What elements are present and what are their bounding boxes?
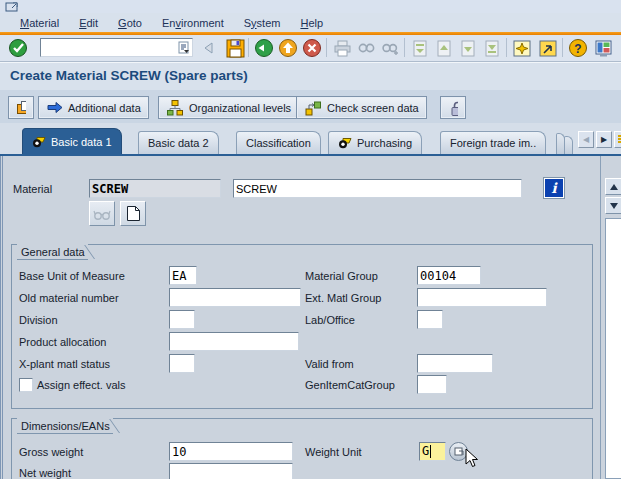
tab-basic-data-1[interactable]: Basic data 1 [22, 128, 122, 154]
find-icon [357, 39, 376, 58]
net-weight-field[interactable] [169, 463, 293, 479]
menu-material[interactable]: Material [10, 15, 69, 31]
material-label: Material [13, 183, 52, 195]
tab-purchasing[interactable]: Purchasing [328, 131, 422, 154]
glasses-icon [93, 207, 111, 221]
customize-layout-button[interactable] [592, 37, 614, 59]
cancel-icon [302, 38, 322, 58]
lock-icon [448, 99, 458, 117]
scrollbar-thumb[interactable] [605, 218, 621, 479]
org-check-icon [304, 99, 322, 116]
command-field[interactable] [40, 38, 193, 57]
value-help-icon [454, 447, 464, 457]
scroll-down-button[interactable] [605, 197, 621, 214]
tab-label: Purchasing [357, 133, 412, 154]
print-button[interactable] [331, 37, 353, 59]
information-button[interactable]: i [544, 178, 564, 198]
lock-button[interactable] [440, 96, 466, 119]
check-screen-data-button[interactable]: Check screen data [296, 96, 427, 119]
tab-scroll-right-button[interactable]: ▶ [596, 131, 612, 148]
menu-bar: MaterialEditGotoEnvironmentSystemHelp [10, 13, 333, 32]
old-material-number-field[interactable] [169, 288, 301, 307]
dimensions-eans-group-header: Dimensions/EANs [17, 418, 113, 434]
valid-from-field[interactable] [417, 354, 493, 373]
menu-edit[interactable]: Edit [69, 15, 108, 31]
back-button[interactable] [253, 37, 275, 59]
next-page-icon [459, 39, 477, 58]
view-status-icon [32, 136, 46, 148]
lab-office-field[interactable] [417, 310, 443, 329]
new-session-button[interactable] [511, 37, 533, 59]
first-page-button[interactable] [409, 37, 431, 59]
base-unit-field[interactable] [169, 266, 197, 285]
division-field[interactable] [169, 310, 195, 329]
organizational-levels-button[interactable]: Organizational levels [158, 96, 299, 119]
xplant-matl-status-label: X-plant matl status [19, 358, 110, 370]
gross-weight-field[interactable] [169, 442, 293, 461]
system-menu-icon[interactable] [5, 1, 19, 12]
additional-data-button[interactable]: Additional data [38, 96, 149, 119]
valid-from-label: Valid from [305, 358, 354, 370]
next-view-button[interactable] [8, 96, 34, 119]
toolbar-separator [248, 38, 249, 57]
menu-goto[interactable]: Goto [108, 15, 152, 31]
help-button[interactable]: ? [567, 37, 589, 59]
weight-unit-value: G [422, 444, 429, 458]
previous-page-button[interactable] [433, 37, 455, 59]
menu-system[interactable]: System [234, 15, 291, 31]
menu-help[interactable]: Help [290, 15, 333, 31]
material-group-field[interactable] [417, 266, 481, 285]
gen-item-cat-group-field[interactable] [417, 375, 447, 394]
command-input[interactable] [41, 39, 177, 56]
tab-classification[interactable]: Classification [236, 131, 321, 154]
material-description-field[interactable] [233, 179, 522, 198]
next-page-button[interactable] [457, 37, 479, 59]
back-icon [254, 38, 274, 58]
xplant-matl-status-field[interactable] [169, 354, 195, 373]
right-triangle-icon: ▶ [601, 135, 607, 144]
scroll-up-button[interactable] [605, 178, 621, 195]
exit-icon [278, 38, 298, 58]
ext-matl-group-field[interactable] [417, 288, 547, 307]
find-next-button[interactable] [379, 37, 401, 59]
weight-unit-field[interactable]: G [419, 442, 446, 461]
gen-item-cat-group-label: GenItemCatGroup [305, 379, 395, 391]
product-allocation-field[interactable] [169, 332, 299, 351]
command-history-icon[interactable] [177, 41, 191, 55]
tab-scroll-left-button[interactable]: ◀ [578, 131, 594, 148]
help-icon: ? [568, 38, 588, 58]
down-triangle-icon [610, 203, 618, 209]
org-chart-icon [166, 99, 184, 116]
hidden-tab-edge [564, 136, 573, 154]
organizational-levels-label: Organizational levels [189, 102, 291, 114]
group-title: Dimensions/EANs [21, 420, 110, 432]
additional-data-label: Additional data [68, 102, 141, 114]
mouse-cursor [465, 448, 479, 469]
last-page-button[interactable] [481, 37, 503, 59]
enter-button[interactable] [7, 37, 29, 59]
save-button[interactable] [224, 37, 246, 59]
previous-page-icon [435, 39, 453, 58]
tab-basic-data-2[interactable]: Basic data 2 [138, 131, 219, 154]
display-mode-button[interactable] [89, 201, 115, 226]
cancel-button[interactable] [301, 37, 323, 59]
last-page-icon [483, 39, 501, 58]
hide-command-field-button[interactable] [200, 37, 216, 59]
assign-effect-vals-checkbox[interactable] [19, 378, 33, 392]
tab-foreign-trade[interactable]: Foreign trade im.. [440, 131, 546, 154]
text-caret [430, 445, 431, 458]
hide-command-field-icon [203, 41, 214, 55]
material-group-label: Material Group [305, 270, 378, 282]
menu-environment[interactable]: Environment [152, 15, 234, 31]
tab-panel-basic-data-1: Material i General data Base Unit of Mea… [0, 156, 621, 479]
material-id-field[interactable] [89, 179, 221, 198]
first-page-icon [411, 39, 429, 58]
create-new-button[interactable] [120, 201, 146, 226]
standard-toolbar: ? [0, 35, 621, 62]
create-shortcut-button[interactable] [537, 37, 559, 59]
tab-list-button[interactable] [614, 131, 621, 148]
find-button[interactable] [355, 37, 377, 59]
find-next-icon [381, 39, 400, 58]
weight-unit-label: Weight Unit [305, 446, 362, 458]
exit-button[interactable] [277, 37, 299, 59]
